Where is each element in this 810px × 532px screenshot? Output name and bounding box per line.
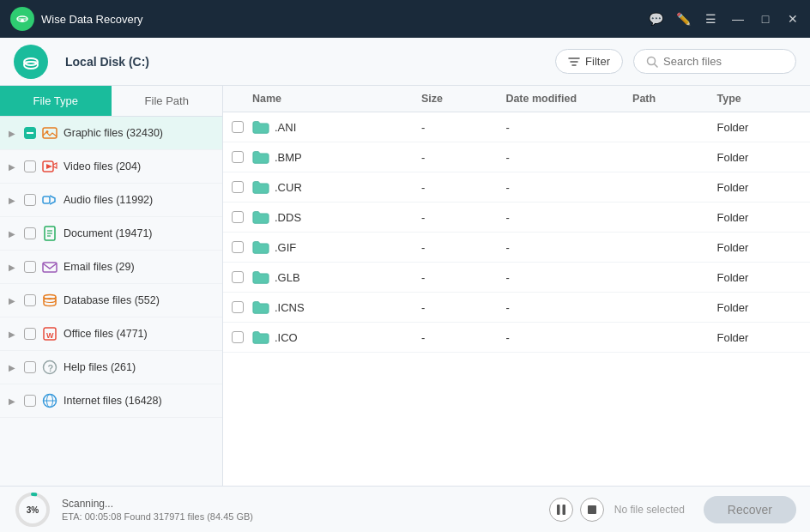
file-date-7: - bbox=[505, 331, 632, 344]
graphic-icon bbox=[41, 124, 58, 142]
file-size-7: - bbox=[421, 331, 505, 344]
scan-info: Scanning... ETA: 00:05:08 Found 317971 f… bbox=[62, 498, 539, 522]
file-type-1: Folder bbox=[717, 151, 801, 164]
sidebar-item-internet[interactable]: ▶ Internet files (16428) bbox=[0, 384, 222, 418]
file-date-1: - bbox=[505, 151, 632, 164]
svg-rect-19 bbox=[43, 263, 57, 272]
svg-rect-33 bbox=[588, 505, 596, 514]
progress-text: 3% bbox=[27, 505, 39, 514]
checkbox-office[interactable] bbox=[24, 328, 36, 340]
file-rows-container: .ANI - - Folder .BMP - - Folder .CUR - -… bbox=[223, 112, 810, 353]
row-checkbox-5[interactable] bbox=[232, 271, 252, 283]
table-row[interactable]: .CUR - - Folder bbox=[223, 172, 810, 203]
search-input[interactable] bbox=[663, 55, 783, 68]
tab-row: File Type File Path bbox=[0, 86, 222, 117]
database-icon bbox=[41, 292, 58, 309]
sidebar-item-video[interactable]: ▶ Video files (204) bbox=[0, 150, 222, 184]
close-icon[interactable]: ✕ bbox=[786, 12, 800, 26]
no-file-label: No file selected bbox=[614, 504, 685, 516]
window-controls: 💬 ✏️ ☰ — □ ✕ bbox=[649, 12, 800, 26]
checkbox-email[interactable] bbox=[24, 261, 36, 273]
checkbox-video[interactable] bbox=[24, 160, 36, 172]
expand-arrow-graphic: ▶ bbox=[9, 129, 19, 138]
bottom-bar: 3% Scanning... ETA: 00:05:08 Found 31797… bbox=[0, 486, 810, 532]
pause-button[interactable] bbox=[549, 498, 573, 522]
table-row[interactable]: .ICNS - - Folder bbox=[223, 293, 810, 323]
svg-marker-13 bbox=[46, 164, 52, 169]
file-date-6: - bbox=[505, 301, 632, 314]
tab-file-path[interactable]: File Path bbox=[112, 86, 223, 116]
toolbar: Local Disk (C:) Filter bbox=[0, 38, 810, 86]
file-date-3: - bbox=[505, 211, 632, 224]
svg-text:W: W bbox=[46, 331, 54, 340]
row-checkbox-1[interactable] bbox=[232, 151, 252, 163]
checkbox-database[interactable] bbox=[24, 294, 36, 306]
sidebar-label-internet: Internet files (16428) bbox=[63, 395, 162, 407]
checkbox-graphic[interactable] bbox=[24, 127, 36, 139]
menu-icon[interactable]: ☰ bbox=[704, 12, 717, 26]
header-size: Size bbox=[421, 93, 505, 105]
sidebar-item-office[interactable]: ▶ W Office files (4771) bbox=[0, 317, 222, 351]
video-icon bbox=[41, 158, 58, 175]
chat-icon[interactable]: 💬 bbox=[649, 12, 662, 26]
file-size-1: - bbox=[421, 151, 505, 164]
minimize-icon[interactable]: — bbox=[731, 12, 745, 26]
table-row[interactable]: .ANI - - Folder bbox=[223, 112, 810, 142]
table-row[interactable]: .GIF - - Folder bbox=[223, 233, 810, 263]
sidebar-item-audio[interactable]: ▶ Audio files (11992) bbox=[0, 184, 222, 217]
header-date: Date modified bbox=[505, 93, 632, 105]
help-icon: ? bbox=[41, 359, 58, 376]
row-checkbox-3[interactable] bbox=[232, 211, 252, 223]
file-type-7: Folder bbox=[717, 331, 801, 344]
svg-line-9 bbox=[655, 63, 658, 67]
progress-circle: 3% bbox=[14, 491, 51, 529]
table-row[interactable]: .BMP - - Folder bbox=[223, 142, 810, 172]
sidebar-label-document: Document (19471) bbox=[63, 227, 153, 239]
row-checkbox-4[interactable] bbox=[232, 241, 252, 253]
sidebar-item-document[interactable]: ▶ Document (19471) bbox=[0, 217, 222, 251]
row-checkbox-6[interactable] bbox=[232, 301, 252, 313]
checkbox-internet[interactable] bbox=[24, 395, 36, 407]
file-size-0: - bbox=[421, 121, 505, 134]
column-headers: Name Size Date modified Path Type bbox=[223, 86, 810, 112]
search-box bbox=[633, 49, 796, 74]
table-row[interactable]: .DDS - - Folder bbox=[223, 203, 810, 233]
file-type-2: Folder bbox=[717, 181, 801, 194]
row-checkbox-2[interactable] bbox=[232, 181, 252, 193]
tab-file-type[interactable]: File Type bbox=[0, 86, 112, 116]
row-checkbox-7[interactable] bbox=[232, 331, 252, 343]
svg-text:?: ? bbox=[48, 363, 54, 373]
email-icon bbox=[41, 258, 58, 275]
sidebar-item-graphic[interactable]: ▶ Graphic files (32430) bbox=[0, 117, 222, 150]
table-row[interactable]: .ICO - - Folder bbox=[223, 323, 810, 353]
filter-button[interactable]: Filter bbox=[555, 49, 623, 74]
file-date-2: - bbox=[505, 181, 632, 194]
checkbox-help[interactable] bbox=[24, 361, 36, 373]
table-row[interactable]: .GLB - - Folder bbox=[223, 263, 810, 293]
expand-arrow-audio: ▶ bbox=[9, 196, 19, 205]
maximize-icon[interactable]: □ bbox=[759, 12, 772, 26]
recover-button[interactable]: Recover bbox=[704, 496, 796, 523]
scan-status: Scanning... bbox=[62, 498, 539, 510]
file-name-2: .CUR bbox=[252, 179, 421, 195]
stop-button[interactable] bbox=[580, 498, 604, 522]
expand-arrow-database: ▶ bbox=[9, 296, 19, 305]
sidebar-item-help[interactable]: ▶ ? Help files (261) bbox=[0, 351, 222, 384]
sidebar-label-office: Office files (4771) bbox=[63, 328, 148, 340]
svg-rect-32 bbox=[562, 505, 565, 515]
expand-arrow-email: ▶ bbox=[9, 263, 19, 272]
edit-icon[interactable]: ✏️ bbox=[676, 12, 690, 26]
file-size-2: - bbox=[421, 181, 505, 194]
checkbox-document[interactable] bbox=[24, 227, 36, 239]
row-checkbox-0[interactable] bbox=[232, 121, 252, 133]
svg-rect-14 bbox=[43, 196, 50, 203]
file-date-5: - bbox=[505, 271, 632, 284]
document-icon bbox=[41, 225, 58, 242]
sidebar-item-email[interactable]: ▶ Email files (29) bbox=[0, 251, 222, 284]
checkbox-audio[interactable] bbox=[24, 194, 36, 206]
file-type-3: Folder bbox=[717, 211, 801, 224]
filter-icon bbox=[568, 56, 580, 68]
sidebar-label-graphic: Graphic files (32430) bbox=[63, 127, 163, 139]
sidebar-label-audio: Audio files (11992) bbox=[63, 194, 153, 206]
sidebar-item-database[interactable]: ▶ Database files (552) bbox=[0, 284, 222, 317]
